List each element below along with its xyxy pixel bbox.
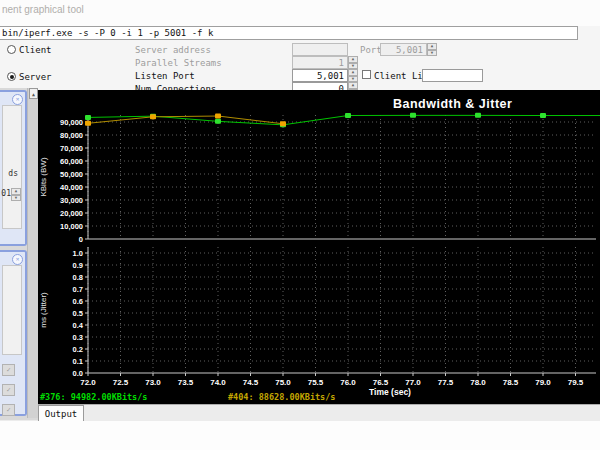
panel-text-fragment: ds bbox=[8, 169, 18, 178]
scroll-up-arrow-icon[interactable]: ▲ bbox=[29, 88, 38, 99]
parallel-streams-field: 1 bbox=[292, 56, 348, 69]
svg-text:Time (sec): Time (sec) bbox=[369, 387, 411, 397]
svg-text:0.7: 0.7 bbox=[73, 285, 83, 294]
svg-text:1.0: 1.0 bbox=[73, 249, 83, 258]
svg-text:78.0: 78.0 bbox=[470, 378, 486, 387]
svg-text:60,000: 60,000 bbox=[60, 157, 83, 166]
panel-content bbox=[2, 265, 22, 355]
svg-text:76.0: 76.0 bbox=[340, 378, 356, 387]
svg-text:75.5: 75.5 bbox=[308, 378, 324, 387]
jperf-window: nent graphical tool Client Server Server… bbox=[0, 0, 600, 450]
svg-text:0.0: 0.0 bbox=[73, 369, 83, 378]
port-field: 5,001 bbox=[380, 43, 427, 56]
server-radio-label[interactable]: Server bbox=[19, 72, 52, 82]
legend-item-1: #376: 94982.00KBits/s bbox=[40, 392, 147, 402]
svg-text:0.3: 0.3 bbox=[73, 333, 83, 342]
iperf-command-input[interactable] bbox=[0, 26, 578, 40]
svg-text:72.0: 72.0 bbox=[80, 378, 96, 387]
sidebar-panel-mode: ✕ ds 01 ▲▼ bbox=[0, 90, 27, 246]
svg-text:77.5: 77.5 bbox=[438, 378, 454, 387]
svg-text:0.9: 0.9 bbox=[73, 261, 83, 270]
svg-text:ms (Jitter): ms (Jitter) bbox=[39, 292, 48, 328]
listen-port-label: Listen Port bbox=[135, 71, 195, 81]
svg-text:0.8: 0.8 bbox=[73, 273, 83, 282]
svg-text:76.5: 76.5 bbox=[373, 378, 389, 387]
panel-collapse-icon[interactable]: ✕ bbox=[12, 94, 23, 105]
option-checkbox[interactable]: ✓ bbox=[2, 404, 15, 416]
svg-text:0: 0 bbox=[79, 235, 83, 244]
client-radio[interactable] bbox=[7, 45, 16, 54]
svg-text:72.5: 72.5 bbox=[113, 378, 129, 387]
svg-text:74.0: 74.0 bbox=[210, 378, 226, 387]
client-limit-checkbox[interactable] bbox=[362, 70, 371, 79]
panel-spinner[interactable]: ▲▼ bbox=[11, 188, 21, 201]
output-panel bbox=[0, 421, 600, 450]
svg-text:0.4: 0.4 bbox=[73, 321, 84, 330]
sidebar-panel-options: ✕ ✓ ✓ ✓ bbox=[0, 250, 27, 416]
option-checkbox[interactable]: ✓ bbox=[2, 384, 15, 396]
chart-canvas: 72.072.573.073.574.074.575.075.576.076.5… bbox=[38, 90, 600, 404]
svg-text:73.0: 73.0 bbox=[145, 378, 161, 387]
window-title: nent graphical tool bbox=[2, 4, 84, 15]
server-radio[interactable] bbox=[7, 72, 16, 81]
sidebar-scrollbar[interactable]: ▲ bbox=[27, 88, 38, 418]
svg-text:73.5: 73.5 bbox=[178, 378, 194, 387]
svg-text:0.1: 0.1 bbox=[73, 357, 83, 366]
svg-text:79.0: 79.0 bbox=[535, 378, 551, 387]
svg-text:0.6: 0.6 bbox=[73, 297, 83, 306]
svg-text:79.5: 79.5 bbox=[568, 378, 584, 387]
legend-item-2: #404: 88628.00KBits/s bbox=[228, 392, 335, 402]
listen-port-spinner[interactable]: ▲▼ bbox=[348, 69, 358, 82]
server-address-field bbox=[292, 43, 348, 56]
listen-port-field[interactable]: 5,001 bbox=[292, 69, 348, 82]
svg-text:80,000: 80,000 bbox=[60, 131, 83, 140]
svg-text:75.0: 75.0 bbox=[275, 378, 291, 387]
bottom-tab-bar: ··· Output bbox=[0, 404, 600, 421]
svg-text:70,000: 70,000 bbox=[60, 144, 83, 153]
svg-text:0.2: 0.2 bbox=[73, 345, 83, 354]
svg-text:40,000: 40,000 bbox=[60, 183, 83, 192]
port-spinner: ▲▼ bbox=[427, 43, 437, 56]
window-titlebar: nent graphical tool bbox=[0, 0, 600, 26]
panel-collapse-icon[interactable]: ✕ bbox=[12, 254, 23, 265]
tab-output[interactable]: Output bbox=[38, 405, 84, 421]
port-label: Port bbox=[360, 45, 382, 55]
client-limit-field[interactable] bbox=[422, 69, 483, 82]
option-checkbox[interactable]: ✓ bbox=[2, 364, 15, 376]
svg-text:20,000: 20,000 bbox=[60, 209, 83, 218]
svg-text:74.5: 74.5 bbox=[243, 378, 259, 387]
panel-value-fragment: 01 bbox=[1, 189, 11, 198]
server-address-label: Server address bbox=[135, 45, 211, 55]
svg-text:10,000: 10,000 bbox=[60, 222, 83, 231]
mode-settings-form: Client Server Server address Port 5,001 … bbox=[0, 40, 600, 92]
svg-text:50,000: 50,000 bbox=[60, 170, 83, 179]
svg-text:90,000: 90,000 bbox=[60, 118, 83, 127]
svg-text:77.0: 77.0 bbox=[405, 378, 421, 387]
bandwidth-jitter-chart: 72.072.573.073.574.074.575.075.576.076.5… bbox=[38, 90, 600, 404]
parallel-streams-label: Parallel Streams bbox=[135, 58, 222, 68]
client-radio-label[interactable]: Client bbox=[19, 45, 52, 55]
svg-text:78.5: 78.5 bbox=[503, 378, 519, 387]
left-sidebar: ✕ ds 01 ▲▼ ✕ ✓ ✓ ✓ ▲ bbox=[0, 88, 38, 420]
svg-text:Bandwidth & Jitter: Bandwidth & Jitter bbox=[393, 97, 512, 111]
svg-text:30,000: 30,000 bbox=[60, 196, 83, 205]
panel-content: ds 01 ▲▼ bbox=[2, 105, 22, 229]
parallel-streams-spinner: ▲▼ bbox=[348, 56, 358, 69]
svg-text:KBits (BW): KBits (BW) bbox=[39, 157, 48, 196]
svg-text:0.5: 0.5 bbox=[73, 309, 83, 318]
